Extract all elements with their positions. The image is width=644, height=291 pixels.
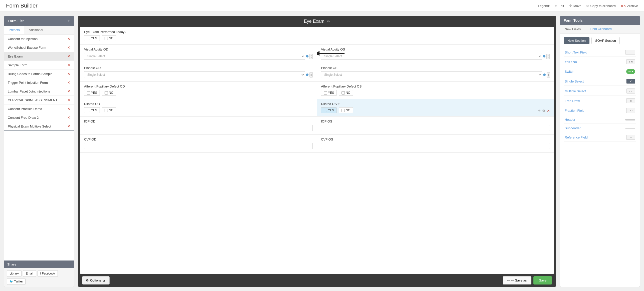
field-type-label: Short Text Field xyxy=(565,50,587,54)
field-type-subheader[interactable]: Subheader xyxy=(564,124,636,132)
options-button[interactable]: ⚙ Options ▲ xyxy=(82,276,110,284)
pinhole-od-select[interactable]: Single Select xyxy=(84,71,305,78)
remove-form-button[interactable]: ✕ xyxy=(67,37,70,41)
share-twitter-button[interactable]: 🐦 Twitter xyxy=(7,278,26,285)
yes-option[interactable]: YES xyxy=(84,35,100,41)
no-option[interactable]: NO xyxy=(102,107,116,113)
list-item[interactable]: Consent Free Draw 2✕ xyxy=(4,113,74,122)
field-type-yes-no[interactable]: Yes / No Y N xyxy=(564,58,636,66)
legend-edit[interactable]: Edit xyxy=(555,4,564,8)
yes-checkbox[interactable] xyxy=(87,37,90,40)
field-type-multiple-select[interactable]: Multiple Select ✓✓ xyxy=(564,87,636,96)
field-type-fraction[interactable]: Fraction Field □/□ xyxy=(564,106,636,115)
select-arrows[interactable]: ▲ ▼ xyxy=(309,54,313,59)
select-arrows[interactable]: ▲ ▼ xyxy=(547,72,550,78)
no-option[interactable]: NO xyxy=(102,35,116,41)
yes-option[interactable]: YES xyxy=(84,107,100,113)
form-tools-body: New Section SOAP Section Short Text Fiel… xyxy=(560,34,640,287)
yes-checkbox[interactable] xyxy=(87,109,90,112)
fraction-icon: □/□ xyxy=(626,108,635,113)
form-field-pinhole-od: Pinhole OD Single Select ▲ ▼ xyxy=(80,63,317,81)
field-type-short-text[interactable]: Short Text Field xyxy=(564,48,636,56)
legend-archive[interactable]: ✕ Archive xyxy=(621,4,638,8)
form-canvas-body[interactable]: Eye Exam Performed Today? YES NO Visual … xyxy=(80,27,554,274)
list-item[interactable]: Trigger Point Injection Form✕ xyxy=(4,78,74,87)
tab-additional[interactable]: Additional xyxy=(24,26,48,34)
remove-form-button[interactable]: ✕ xyxy=(67,116,70,120)
switch-icon: ON ● xyxy=(626,69,635,74)
form-canvas: Eye Exam ✏ Eye Exam Performed Today? YES… xyxy=(78,16,556,287)
share-library-button[interactable]: Library xyxy=(7,270,22,277)
yes-no-icon: Y N xyxy=(626,59,635,64)
share-email-button[interactable]: Email xyxy=(23,270,36,277)
remove-form-button[interactable]: ✕ xyxy=(67,124,70,128)
yes-checkbox[interactable] xyxy=(324,109,327,112)
no-checkbox[interactable] xyxy=(105,109,108,112)
tab-new-fields[interactable]: New Fields xyxy=(560,25,585,33)
no-checkbox[interactable] xyxy=(105,37,108,40)
remove-form-button[interactable]: ✕ xyxy=(67,80,70,84)
form-list-header: Form List + xyxy=(4,16,74,26)
field-type-free-draw[interactable]: Free Draw ≋ xyxy=(564,96,636,105)
no-checkbox[interactable] xyxy=(105,91,108,94)
no-option[interactable]: NO xyxy=(339,107,353,113)
iop-os-input[interactable] xyxy=(321,125,550,131)
va-os-select[interactable]: Single Select xyxy=(321,53,542,60)
pinhole-os-select[interactable]: Single Select xyxy=(321,71,542,78)
add-form-button[interactable]: + xyxy=(67,18,70,24)
remove-form-button[interactable]: ✕ xyxy=(67,98,70,102)
iop-od-input[interactable] xyxy=(84,125,313,131)
short-text-icon xyxy=(625,50,635,54)
legend-move[interactable]: Move xyxy=(569,4,581,8)
va-od-select[interactable]: Single Select xyxy=(84,53,305,60)
list-item[interactable]: Lumbar Facet Joint Injections✕ xyxy=(4,87,74,96)
remove-form-button[interactable]: ✕ xyxy=(67,46,70,50)
select-arrows[interactable]: ▲ ▼ xyxy=(546,54,550,59)
remove-form-button[interactable]: ✕ xyxy=(67,89,70,93)
yes-no-row: YES NO ✛ ⚙ ✕ xyxy=(321,107,550,113)
select-arrows[interactable]: ▲ ▼ xyxy=(309,72,313,78)
cvf-od-input[interactable] xyxy=(84,143,313,149)
yes-option[interactable]: YES xyxy=(321,90,337,96)
field-type-reference[interactable]: Reference Field → xyxy=(564,133,636,142)
move-field-icon[interactable]: ✛ xyxy=(538,109,541,113)
save-button[interactable]: Save xyxy=(533,276,552,284)
no-option[interactable]: NO xyxy=(339,90,353,96)
link-field-icon[interactable]: ⚙ xyxy=(542,109,545,113)
tab-presets[interactable]: Presets xyxy=(4,26,24,34)
right-panel: Form Tools New Fields Field Clipboard Ne… xyxy=(560,16,640,287)
no-checkbox[interactable] xyxy=(342,109,345,112)
list-item[interactable]: Billing Codes to Forms Sample✕ xyxy=(4,70,74,78)
list-item[interactable]: Physical Exam Multiple Select✕ xyxy=(4,122,74,131)
new-section-button[interactable]: New Section xyxy=(564,37,589,44)
no-option[interactable]: NO xyxy=(102,90,116,96)
field-type-header[interactable]: Header xyxy=(564,116,636,124)
legend-copy[interactable]: Copy to clipboard xyxy=(586,4,615,8)
yes-option[interactable]: YES xyxy=(84,90,100,96)
list-item-eye-exam[interactable]: Eye Exam✕ xyxy=(4,52,74,61)
list-item[interactable]: CERVICAL SPINE ASSESSMENT✕ xyxy=(4,96,74,104)
remove-form-button[interactable]: ✕ xyxy=(67,63,70,67)
soap-section-button[interactable]: SOAP Section xyxy=(591,37,620,44)
save-as-button[interactable]: ✏ ✏ Save as xyxy=(503,276,532,284)
field-type-switch[interactable]: Switch ON ● xyxy=(564,67,636,76)
list-item[interactable]: Work/School Excuse Form✕ xyxy=(4,43,74,52)
yes-checkbox[interactable] xyxy=(87,91,90,94)
yes-checkbox[interactable] xyxy=(324,91,327,94)
list-item[interactable]: Consent Practice Demo✕ xyxy=(4,104,74,113)
field-type-single-select[interactable]: Single Select ✓ xyxy=(564,77,636,86)
share-facebook-button[interactable]: f Facebook xyxy=(38,270,58,277)
remove-form-button[interactable]: ✕ xyxy=(67,54,70,58)
list-item[interactable]: Consent for Injection✕ xyxy=(4,34,74,43)
yes-option[interactable]: YES xyxy=(321,107,337,113)
remove-field-icon[interactable]: ✕ xyxy=(547,109,550,113)
edit-form-icon[interactable]: ✏ xyxy=(327,19,330,24)
form-list-tabs: Presets Additional xyxy=(4,26,74,34)
tab-field-clipboard[interactable]: Field Clipboard xyxy=(585,25,616,33)
remove-form-button[interactable]: ✕ xyxy=(67,72,70,76)
list-item[interactable]: Sample Form✕ xyxy=(4,61,74,70)
no-checkbox[interactable] xyxy=(342,91,345,94)
cvf-os-input[interactable] xyxy=(321,143,550,149)
remove-form-button[interactable]: ✕ xyxy=(67,107,70,111)
edit-field-icon[interactable]: ✏ xyxy=(338,102,340,106)
